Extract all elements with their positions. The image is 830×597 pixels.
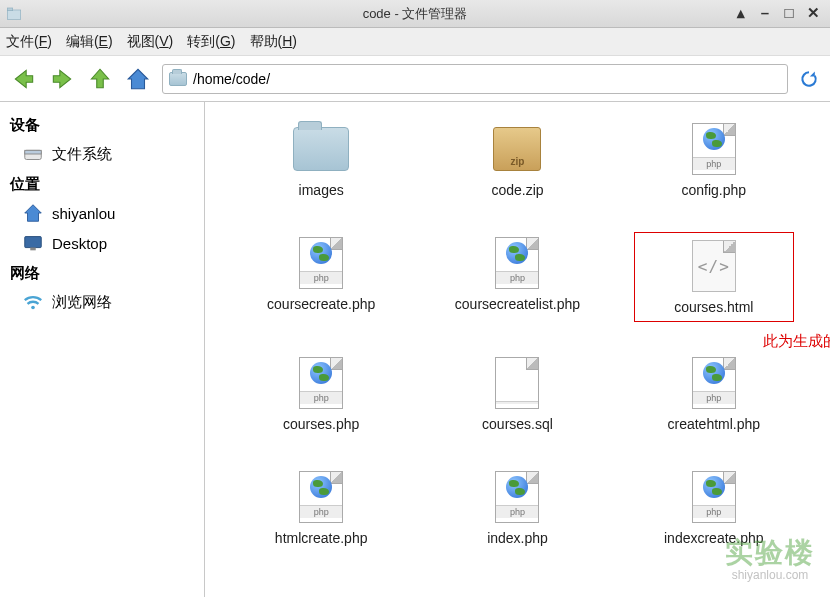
file-item-php[interactable]: php coursecreate.php: [241, 232, 401, 322]
php-file-icon: php: [495, 471, 539, 523]
refresh-icon: [799, 69, 819, 89]
sidebar-item-label: Desktop: [52, 235, 107, 252]
sidebar: 设备 文件系统 位置 shiyanlou Desktop 网络 浏览网络: [0, 102, 205, 597]
svg-rect-1: [7, 8, 12, 11]
sidebar-item-label: shiyanlou: [52, 205, 115, 222]
drive-icon: [22, 143, 44, 165]
folder-icon: [293, 127, 349, 171]
php-file-icon: php: [299, 237, 343, 289]
window-title: code - 文件管理器: [363, 5, 468, 23]
sidebar-item-filesystem[interactable]: 文件系统: [10, 139, 194, 169]
up-button[interactable]: [86, 65, 114, 93]
php-file-icon: php: [692, 471, 736, 523]
back-button[interactable]: [10, 65, 38, 93]
file-label: htmlcreate.php: [275, 530, 368, 546]
file-item-php[interactable]: php config.php: [634, 118, 794, 202]
arrow-right-icon: [49, 66, 75, 92]
titlebar: code - 文件管理器 ▴ – □ ✕: [0, 0, 830, 28]
shade-button[interactable]: ▴: [732, 5, 750, 23]
file-item-php[interactable]: php htmlcreate.php: [241, 466, 401, 550]
file-label: config.php: [682, 182, 747, 198]
file-label: code.zip: [491, 182, 543, 198]
file-item-php[interactable]: php indexcreate.php: [634, 466, 794, 550]
php-file-icon: php: [299, 357, 343, 409]
file-label: courses.sql: [482, 416, 553, 432]
refresh-button[interactable]: [798, 68, 820, 90]
file-item-sql[interactable]: courses.sql: [437, 352, 597, 436]
menu-go[interactable]: 转到(G): [187, 33, 235, 51]
sidebar-item-desktop[interactable]: Desktop: [10, 228, 194, 258]
sidebar-item-label: 文件系统: [52, 145, 112, 164]
file-item-php[interactable]: php coursecreatelist.php: [437, 232, 597, 322]
svg-point-6: [31, 306, 35, 310]
svg-rect-4: [25, 237, 42, 248]
svg-rect-5: [30, 248, 36, 251]
file-item-folder[interactable]: images: [241, 118, 401, 202]
desktop-icon: [22, 232, 44, 254]
close-button[interactable]: ✕: [804, 5, 822, 23]
file-label: indexcreate.php: [664, 530, 764, 546]
sidebar-item-home[interactable]: shiyanlou: [10, 198, 194, 228]
file-item-php[interactable]: php index.php: [437, 466, 597, 550]
path-bar[interactable]: [162, 64, 788, 94]
file-label: index.php: [487, 530, 548, 546]
app-icon: [6, 6, 22, 22]
file-label: courses.php: [283, 416, 359, 432]
php-file-icon: php: [692, 357, 736, 409]
arrow-up-icon: [87, 66, 113, 92]
file-label: createhtml.php: [668, 416, 761, 432]
php-file-icon: php: [299, 471, 343, 523]
home-button[interactable]: [124, 65, 152, 93]
folder-icon: [169, 72, 187, 86]
sidebar-section-network: 网络: [10, 264, 194, 283]
svg-rect-3: [25, 150, 42, 154]
file-item-php[interactable]: php createhtml.php: [634, 352, 794, 436]
menu-help[interactable]: 帮助(H): [250, 33, 297, 51]
annotation-text: 此为生成的静态文件: [763, 332, 830, 351]
svg-rect-0: [7, 10, 20, 19]
arrow-left-icon: [11, 66, 37, 92]
sql-file-icon: [495, 357, 539, 409]
home-icon: [125, 66, 151, 92]
path-input[interactable]: [193, 71, 781, 87]
menubar: 文件(F) 编辑(E) 视图(V) 转到(G) 帮助(H): [0, 28, 830, 56]
menu-edit[interactable]: 编辑(E): [66, 33, 113, 51]
php-file-icon: php: [495, 237, 539, 289]
file-label: images: [299, 182, 344, 198]
file-item-zip[interactable]: code.zip: [437, 118, 597, 202]
sidebar-section-devices: 设备: [10, 116, 194, 135]
sidebar-item-browse-network[interactable]: 浏览网络: [10, 287, 194, 317]
file-label: coursecreatelist.php: [455, 296, 580, 312]
sidebar-item-label: 浏览网络: [52, 293, 112, 312]
html-file-icon: </>: [692, 240, 736, 292]
forward-button[interactable]: [48, 65, 76, 93]
file-label: coursecreate.php: [267, 296, 375, 312]
home-icon: [22, 202, 44, 224]
sidebar-section-places: 位置: [10, 175, 194, 194]
maximize-button[interactable]: □: [780, 5, 798, 23]
file-label: courses.html: [674, 299, 753, 315]
minimize-button[interactable]: –: [756, 5, 774, 23]
zip-icon: [493, 127, 541, 171]
file-item-php[interactable]: php courses.php: [241, 352, 401, 436]
wifi-icon: [22, 291, 44, 313]
file-view: images code.zip php config.php php cours…: [205, 102, 830, 597]
menu-view[interactable]: 视图(V): [127, 33, 174, 51]
toolbar: [0, 56, 830, 102]
menu-file[interactable]: 文件(F): [6, 33, 52, 51]
php-file-icon: php: [692, 123, 736, 175]
file-item-html-highlighted[interactable]: </> courses.html: [634, 232, 794, 322]
